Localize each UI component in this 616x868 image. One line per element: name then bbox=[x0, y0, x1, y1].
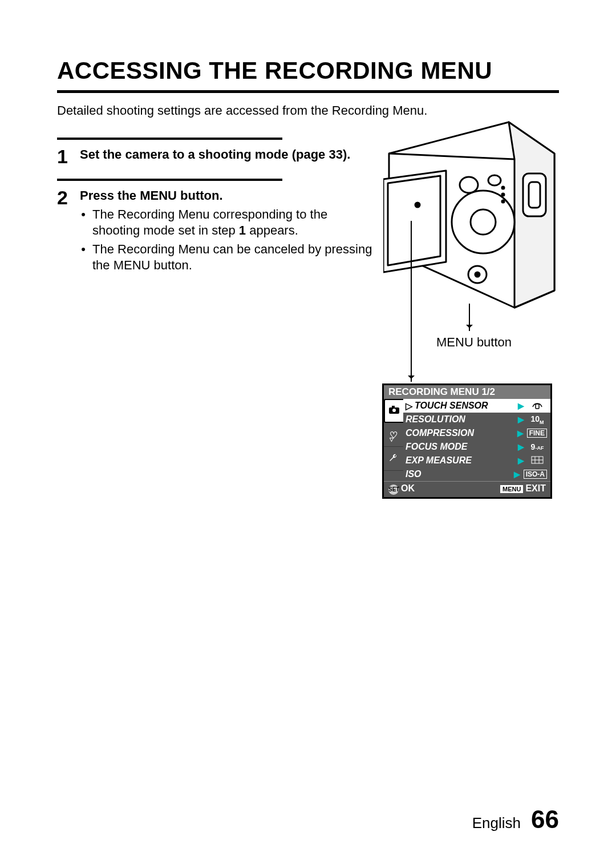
row-value bbox=[528, 401, 547, 411]
menu-row-focus-mode[interactable]: FOCUS MODE ▶ 9-AF bbox=[403, 440, 550, 454]
footer-page-number: 66 bbox=[531, 805, 559, 834]
step-2-heading: Press the MENU button. bbox=[80, 188, 374, 204]
svg-point-6 bbox=[471, 209, 496, 235]
camera-icon bbox=[389, 406, 399, 416]
menu-row-touch-sensor[interactable]: ▷ TOUCH SENSOR ▶ bbox=[403, 399, 550, 413]
step-number: 1 bbox=[57, 147, 72, 166]
svg-point-10 bbox=[502, 193, 504, 196]
svg-point-19 bbox=[392, 409, 396, 412]
intro-text: Detailed shooting settings are accessed … bbox=[57, 103, 559, 118]
step-2: 2 Press the MENU button. • The Recording… bbox=[57, 188, 374, 274]
selector-icon: ▷ bbox=[406, 401, 412, 411]
svg-point-11 bbox=[502, 200, 504, 203]
svg-rect-18 bbox=[392, 406, 395, 408]
step-1: 1 Set the camera to a shooting mode (pag… bbox=[57, 147, 374, 166]
menu-row-resolution[interactable]: RESOLUTION ▶ 10M bbox=[403, 413, 550, 426]
svg-point-7 bbox=[460, 177, 478, 193]
chevron-right-icon: ▶ bbox=[518, 415, 524, 424]
row-label: TOUCH SENSOR bbox=[415, 401, 516, 411]
page-title: ACCESSING THE RECORDING MENU bbox=[57, 57, 559, 84]
step-separator bbox=[57, 138, 282, 140]
row-value: 10M bbox=[528, 414, 547, 425]
svg-marker-4 bbox=[388, 176, 440, 265]
svg-point-14 bbox=[475, 272, 480, 277]
chevron-right-icon: ▶ bbox=[514, 470, 520, 479]
tab-column: ♡▽ bbox=[384, 399, 403, 481]
row-label: FOCUS MODE bbox=[406, 442, 516, 452]
pointer-line-to-screen bbox=[411, 221, 412, 382]
footer-language: English bbox=[472, 814, 521, 832]
pointer-line bbox=[469, 304, 470, 331]
svg-rect-20 bbox=[536, 404, 539, 409]
chevron-right-icon: ▶ bbox=[518, 401, 524, 410]
menu-box-icon: MENU bbox=[500, 485, 523, 493]
step-1-heading: Set the camera to a shooting mode (page … bbox=[80, 147, 350, 163]
svg-point-8 bbox=[488, 175, 501, 185]
menu-row-compression[interactable]: COMPRESSION ▶ FINE bbox=[403, 426, 550, 440]
menu-row-iso[interactable]: ISO ▶ ISO-A bbox=[403, 467, 550, 481]
screen-title: RECORDING MENU 1/2 bbox=[384, 385, 550, 399]
menu-rows: ▷ TOUCH SENSOR ▶ RESOLUTION ▶ 10M COMPRE… bbox=[403, 399, 550, 481]
row-label: COMPRESSION bbox=[406, 428, 515, 438]
bullet-text-part: appears. bbox=[246, 223, 298, 237]
tab-settings[interactable] bbox=[384, 447, 403, 471]
tab-heart[interactable]: ♡▽ bbox=[384, 423, 403, 447]
illustration-column: MENU button RECORDING MENU 1/2 ♡▽ bbox=[388, 135, 559, 546]
step-2-bullets: • The Recording Menu corresponding to th… bbox=[80, 207, 374, 274]
row-value: FINE bbox=[527, 429, 547, 438]
set-icon: SET bbox=[388, 485, 399, 495]
row-label: ISO bbox=[406, 469, 512, 479]
page-footer: English 66 bbox=[472, 805, 559, 834]
wrench-icon bbox=[388, 453, 399, 465]
menu-row-exp-measure[interactable]: EXP MEASURE ▶ bbox=[403, 454, 550, 467]
screen-footer: SETOK MENUEXIT bbox=[384, 481, 550, 497]
heart-icon: ♡▽ bbox=[390, 430, 398, 439]
recording-menu-screen: RECORDING MENU 1/2 ♡▽ bbox=[382, 383, 552, 499]
list-item: • The Recording Menu corresponding to th… bbox=[80, 207, 374, 239]
row-value bbox=[528, 456, 547, 466]
title-rule bbox=[57, 90, 559, 93]
steps-column: 1 Set the camera to a shooting mode (pag… bbox=[57, 135, 374, 546]
menu-button-label: MENU button bbox=[436, 335, 512, 350]
tab-camera[interactable] bbox=[384, 399, 403, 423]
exit-indicator: MENUEXIT bbox=[500, 483, 546, 495]
svg-rect-16 bbox=[529, 182, 540, 208]
chevron-right-icon: ▶ bbox=[518, 456, 524, 465]
step-separator bbox=[57, 179, 282, 181]
row-label: EXP MEASURE bbox=[406, 455, 516, 466]
chevron-right-icon: ▶ bbox=[517, 429, 524, 438]
row-label: RESOLUTION bbox=[406, 414, 516, 425]
svg-point-12 bbox=[415, 203, 420, 207]
ok-indicator: SETOK bbox=[388, 483, 415, 495]
svg-point-9 bbox=[502, 187, 504, 189]
row-value: 9-AF bbox=[528, 442, 547, 451]
row-value: ISO-A bbox=[524, 470, 547, 479]
step-number: 2 bbox=[57, 188, 72, 274]
bullet-text: The Recording Menu can be canceled by pr… bbox=[92, 241, 374, 274]
list-item: • The Recording Menu can be canceled by … bbox=[80, 241, 374, 274]
chevron-right-icon: ▶ bbox=[518, 442, 524, 451]
